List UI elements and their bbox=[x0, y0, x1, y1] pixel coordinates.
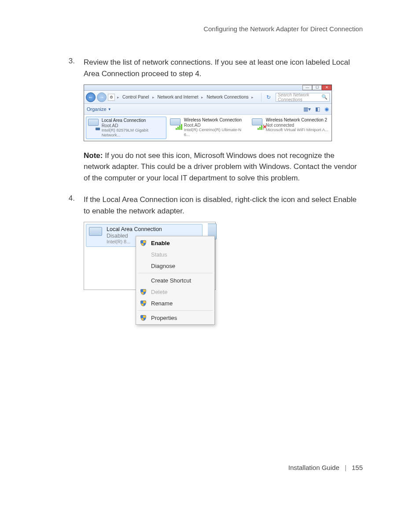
note-paragraph: Note: If you do not see this icon, Micro… bbox=[57, 150, 363, 184]
menu-item-enable[interactable]: Enable bbox=[137, 237, 214, 249]
menu-label: Diagnose bbox=[151, 263, 175, 269]
ethernet-icon bbox=[87, 118, 100, 130]
connection-title: Wireless Network Connection 2 bbox=[266, 117, 328, 123]
organize-menu[interactable]: Organize ▼ bbox=[87, 106, 111, 112]
menu-separator bbox=[138, 310, 213, 311]
shield-icon bbox=[140, 288, 147, 295]
wifi-icon: ✕ bbox=[251, 117, 264, 130]
organize-label: Organize bbox=[87, 106, 107, 112]
close-button[interactable]: ✕ bbox=[322, 85, 332, 90]
address-bar: ← → ⚙ ▸ Control Panel ▸ Network and Inte… bbox=[84, 91, 332, 104]
view-options-icon[interactable]: ▦▾ bbox=[303, 106, 311, 112]
connection-title: Wireless Network Connection bbox=[184, 117, 247, 123]
footer-guide-name: Installation Guide bbox=[288, 464, 339, 471]
footer-separator: | bbox=[341, 464, 350, 471]
menu-label: Status bbox=[151, 251, 167, 258]
chevron-down-icon: ▼ bbox=[108, 107, 111, 111]
breadcrumb-sep: ▸ bbox=[251, 95, 254, 99]
breadcrumb-sep: ▸ bbox=[116, 95, 120, 99]
context-menu: Enable Status Diagnose Create Shortcut D… bbox=[136, 236, 215, 325]
connection-title: Local Area Connection bbox=[102, 118, 166, 123]
breadcrumb-control-panel[interactable]: Control Panel bbox=[122, 95, 150, 99]
page-header: Configuring the Network Adapter for Dire… bbox=[57, 25, 363, 33]
menu-label: Enable bbox=[151, 240, 170, 246]
ethernet-icon bbox=[88, 226, 105, 239]
toolbar: Organize ▼ ▦▾ ◧ ◉ bbox=[84, 104, 332, 115]
preview-pane-icon[interactable]: ◧ bbox=[315, 106, 320, 112]
maximize-button[interactable]: ☐ bbox=[312, 85, 322, 90]
shield-icon bbox=[140, 314, 147, 321]
addr-separator bbox=[261, 93, 262, 102]
breadcrumb-sep: ▸ bbox=[151, 95, 155, 99]
back-button[interactable]: ← bbox=[86, 92, 96, 102]
search-placeholder: Search Network Connections bbox=[278, 92, 321, 102]
connection-title: Local Area Connection bbox=[107, 226, 162, 232]
connection-adapter: Intel(R) 82579LM Gigabit Network... bbox=[102, 128, 166, 138]
help-icon[interactable]: ◉ bbox=[324, 106, 329, 112]
footer-page-number: 155 bbox=[352, 464, 363, 471]
page-footer: Installation Guide | 155 bbox=[0, 464, 420, 471]
menu-item-diagnose[interactable]: Diagnose bbox=[137, 260, 214, 272]
connection-local-area[interactable]: Local Area Connection Root.AD Intel(R) 8… bbox=[86, 117, 166, 139]
step-4-text: If the Local Area Connection icon is dis… bbox=[84, 194, 363, 216]
breadcrumb-network-internet[interactable]: Network and Internet bbox=[157, 95, 199, 99]
control-panel-icon: ⚙ bbox=[108, 94, 115, 101]
toolbar-icons: ▦▾ ◧ ◉ bbox=[303, 106, 329, 112]
search-icon: 🔍 bbox=[321, 94, 328, 100]
shield-icon bbox=[140, 239, 147, 246]
window-titlebar: — ☐ ✕ bbox=[84, 85, 332, 91]
menu-label: Delete bbox=[151, 289, 168, 295]
menu-label: Rename bbox=[151, 300, 173, 307]
step-3: 3. Review the list of network connection… bbox=[57, 57, 363, 79]
menu-label: Properties bbox=[151, 315, 177, 321]
menu-label: Create Shortcut bbox=[151, 277, 191, 284]
menu-separator bbox=[138, 273, 213, 273]
menu-item-create-shortcut[interactable]: Create Shortcut bbox=[137, 275, 214, 286]
menu-item-delete: Delete bbox=[137, 286, 214, 297]
refresh-button[interactable]: ↻ bbox=[264, 94, 273, 100]
connection-wireless-1[interactable]: Wireless Network Connection Root.AD Inte… bbox=[168, 117, 248, 139]
disconnected-x-icon: ✕ bbox=[263, 124, 267, 130]
forward-button[interactable]: → bbox=[97, 92, 107, 102]
note-text: If you do not see this icon, Microsoft W… bbox=[84, 151, 357, 182]
step-3-number: 3. bbox=[57, 57, 75, 79]
connection-adapter: Microsoft Virtual WiFi Miniport A... bbox=[266, 128, 328, 132]
menu-item-rename[interactable]: Rename bbox=[137, 297, 214, 309]
minimize-button[interactable]: — bbox=[302, 85, 312, 90]
shield-icon bbox=[140, 300, 147, 307]
menu-item-status: Status bbox=[137, 249, 214, 260]
breadcrumb-sep: ▸ bbox=[200, 95, 204, 99]
connection-wireless-2[interactable]: ✕ Wireless Network Connection 2 Not conn… bbox=[250, 117, 330, 139]
connection-adapter: Intel(R) Centrino(R) Ultimate-N 6... bbox=[184, 128, 247, 137]
note-label: Note: bbox=[84, 151, 103, 160]
search-input[interactable]: Search Network Connections 🔍 bbox=[276, 93, 330, 102]
step-4: 4. If the Local Area Connection icon is … bbox=[57, 194, 363, 216]
network-connections-window: — ☐ ✕ ← → ⚙ ▸ Control Panel ▸ Network an… bbox=[84, 84, 332, 141]
step-3-text: Review the list of network connections. … bbox=[84, 57, 363, 79]
breadcrumb-network-connections[interactable]: Network Connections bbox=[206, 95, 249, 99]
connections-pane: Local Area Connection Root.AD Intel(R) 8… bbox=[84, 115, 332, 141]
wifi-icon bbox=[169, 117, 182, 130]
step-4-number: 4. bbox=[57, 194, 75, 216]
menu-item-properties[interactable]: Properties bbox=[137, 312, 214, 323]
